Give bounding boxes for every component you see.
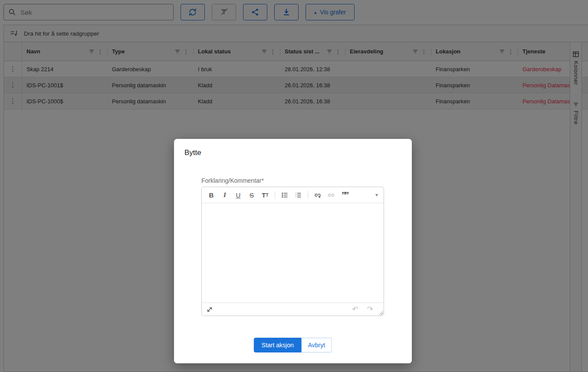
- unlink-button: [327, 191, 335, 199]
- strikethrough-button[interactable]: S: [248, 191, 256, 199]
- comment-editor-input[interactable]: [202, 203, 384, 303]
- italic-button[interactable]: I: [221, 191, 229, 199]
- more-options-icon[interactable]: ▾: [375, 192, 378, 198]
- bullet-list-button[interactable]: [281, 191, 289, 199]
- resize-handle[interactable]: [378, 310, 383, 315]
- rich-text-editor: B I U S TT: [201, 187, 384, 316]
- bytte-dialog: Bytte Forklaring/Kommentar* B I U S TT: [174, 139, 412, 363]
- blockquote-button[interactable]: ””: [341, 191, 348, 199]
- expand-editor-icon[interactable]: [206, 306, 213, 313]
- editor-footer: ↶ ↷: [202, 303, 384, 316]
- numbered-list-button[interactable]: [294, 191, 302, 199]
- redo-icon: ↷: [367, 305, 373, 314]
- undo-icon: ↶: [352, 305, 358, 314]
- text-size-button[interactable]: TT: [261, 191, 269, 199]
- bold-button[interactable]: B: [207, 191, 215, 199]
- toolbar-divider: [275, 191, 275, 199]
- dialog-title: Bytte: [184, 148, 201, 157]
- start-action-button[interactable]: Start aksjon: [254, 338, 302, 352]
- underline-button[interactable]: U: [234, 191, 242, 199]
- toolbar-divider: [308, 191, 308, 199]
- editor-toolbar: B I U S TT: [202, 187, 384, 203]
- dialog-actions: Start aksjon Avbryt: [254, 338, 332, 352]
- editor-history: ↶ ↷: [352, 305, 374, 314]
- cancel-button[interactable]: Avbryt: [302, 338, 332, 352]
- text-size-large: T: [262, 191, 266, 199]
- text-size-small: T: [266, 193, 269, 198]
- insert-link-button[interactable]: [314, 191, 322, 199]
- comment-field-label: Forklaring/Kommentar*: [201, 177, 264, 184]
